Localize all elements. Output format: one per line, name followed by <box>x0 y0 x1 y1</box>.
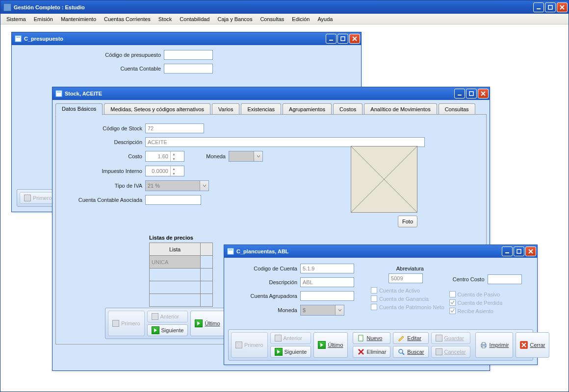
moneda-combo[interactable]: $ <box>300 305 344 316</box>
menu-contabilidad[interactable]: Contabilidad <box>176 15 213 24</box>
chk-pasivo[interactable]: Cuenta de Pasivo <box>449 291 532 297</box>
stock-maximize[interactable] <box>466 89 477 98</box>
desc-label: Descripción <box>229 279 300 285</box>
chk-perdida[interactable]: Cuenta de Perdida <box>449 299 532 306</box>
price-table: Lista UNICA <box>149 243 213 307</box>
spin-up-icon[interactable]: ▲ <box>171 166 177 171</box>
cuenta-contable-label: Cuenta Contable <box>17 66 164 72</box>
descripcion-input[interactable] <box>145 137 425 147</box>
agrup-input[interactable] <box>300 291 354 301</box>
primero-button[interactable]: Primero <box>108 311 145 336</box>
menu-ayuda[interactable]: Ayuda <box>313 15 336 24</box>
stock-minimize[interactable] <box>454 89 465 98</box>
moneda-label: Moneda <box>184 153 229 159</box>
plancuentas-maximize[interactable] <box>514 246 524 256</box>
menubar: Sistema Emisión Mantenimiento Cuentas Co… <box>0 14 569 24</box>
chk-activo[interactable]: Cuenta de Activo <box>371 287 449 294</box>
tab-costos[interactable]: Costos <box>333 103 362 115</box>
abrev-input[interactable] <box>388 273 423 283</box>
menu-sistema[interactable]: Sistema <box>2 15 30 24</box>
menu-mantenimiento[interactable]: Mantenimiento <box>57 15 100 24</box>
stock-close[interactable] <box>478 89 489 98</box>
menu-consultas[interactable]: Consultas <box>256 15 288 24</box>
spin-up-icon[interactable]: ▲ <box>171 151 177 156</box>
plancuentas-window: C_plancuentas, ABL Codigo de Cuenta Desc… <box>224 245 538 365</box>
tipo-iva-combo[interactable]: 21 % <box>145 180 209 191</box>
moneda-label: Moneda <box>229 307 300 313</box>
centro-input[interactable] <box>488 274 522 284</box>
codigo-cuenta-input[interactable] <box>300 264 354 273</box>
close-button[interactable] <box>557 2 568 12</box>
siguiente-button[interactable]: Siguiente <box>147 324 188 336</box>
price-row[interactable]: UNICA <box>150 256 201 269</box>
chk-patrimonio[interactable]: Cuenta de Patrimonio Neto <box>371 304 449 310</box>
codigo-presupuesto-input[interactable] <box>164 50 213 60</box>
costo-spinner[interactable]: ▲▼ <box>145 151 184 162</box>
abrev-label: Abreviatura <box>371 266 449 271</box>
listas-precios-label: Listas de precios <box>149 235 213 241</box>
menu-stock[interactable]: Stock <box>155 15 176 24</box>
first-icon <box>235 342 242 348</box>
primero-button[interactable]: Primero <box>231 332 268 358</box>
form-icon <box>227 248 234 255</box>
cancelar-button[interactable]: Cancelar <box>431 346 470 358</box>
plancuentas-close[interactable] <box>525 246 536 256</box>
svg-rect-8 <box>458 95 462 96</box>
cuenta-contable-input[interactable] <box>164 64 213 74</box>
chevron-down-icon <box>200 181 208 191</box>
cerrar-button[interactable]: Cerrar <box>516 332 549 358</box>
tab-datos-basicos[interactable]: Datos Básicos <box>55 103 103 115</box>
tab-agrupamientos[interactable]: Agrupamientos <box>283 103 332 115</box>
spin-down-icon[interactable]: ▼ <box>171 156 177 161</box>
anterior-button[interactable]: Anterior <box>147 311 188 322</box>
tab-varios[interactable]: Varios <box>212 103 239 115</box>
print-icon <box>480 341 488 349</box>
impuesto-spinner[interactable]: ▲▼ <box>145 166 184 176</box>
tab-existencias[interactable]: Existencias <box>241 103 281 115</box>
presupuesto-minimize[interactable] <box>326 34 336 44</box>
guardar-button[interactable]: Guardar <box>431 332 470 344</box>
svg-rect-3 <box>16 37 20 38</box>
tab-consultas[interactable]: Consultas <box>439 103 475 115</box>
tab-analitico[interactable]: Analítico de Movimientos <box>364 103 437 115</box>
svg-rect-1 <box>548 5 552 9</box>
last-icon <box>195 319 203 327</box>
menu-cuentas[interactable]: Cuentas Corrientes <box>100 15 155 24</box>
chevron-down-icon <box>335 305 344 315</box>
presupuesto-maximize[interactable] <box>337 34 348 44</box>
desc-input[interactable] <box>300 277 354 287</box>
stock-titlebar: Stock, ACEITE <box>52 87 490 100</box>
ultimo-button[interactable]: Último <box>313 332 347 358</box>
menu-emision[interactable]: Emisión <box>30 15 57 24</box>
presupuesto-close[interactable] <box>349 34 360 44</box>
moneda-combo[interactable] <box>229 151 263 162</box>
nuevo-button[interactable]: Nuevo <box>353 332 391 344</box>
minimize-button[interactable] <box>533 2 544 12</box>
cuenta-asociada-input[interactable] <box>145 195 201 205</box>
foto-button[interactable]: Foto <box>398 216 417 227</box>
siguiente-button[interactable]: Siguiente <box>270 346 311 358</box>
ultimo-button[interactable]: Último <box>190 311 224 336</box>
menu-caja[interactable]: Caja y Bancos <box>213 15 256 24</box>
presupuesto-title: C_presupuesto <box>24 36 326 42</box>
buscar-button[interactable]: Buscar <box>393 346 428 358</box>
maximize-button[interactable] <box>545 2 556 12</box>
eliminar-button[interactable]: Eliminar <box>353 346 391 358</box>
next-icon <box>152 326 159 334</box>
editar-button[interactable]: Editar <box>393 332 428 344</box>
menu-edicion[interactable]: Edición <box>288 15 313 24</box>
tab-medidas[interactable]: Medidas, Seteos y códigos alternativos <box>104 103 210 115</box>
plancuentas-minimize[interactable] <box>502 246 513 256</box>
chk-ganancia[interactable]: Cuenta de Ganancia <box>371 295 449 302</box>
codigo-stock-input[interactable] <box>145 123 204 133</box>
imprimir-button[interactable]: Imprimir <box>475 332 514 358</box>
anterior-button[interactable]: Anterior <box>270 332 311 344</box>
chk-recibe[interactable]: Recibe Asiento <box>449 308 532 314</box>
photo-placeholder <box>351 146 417 213</box>
descripcion-label: Descripción <box>62 139 145 145</box>
primero-button[interactable]: Primero <box>20 192 56 204</box>
plancuentas-title: C_plancuentas, ABL <box>236 248 502 254</box>
spin-down-icon[interactable]: ▼ <box>171 171 177 176</box>
first-icon <box>24 195 31 201</box>
presupuesto-titlebar: C_presupuesto <box>12 32 361 45</box>
